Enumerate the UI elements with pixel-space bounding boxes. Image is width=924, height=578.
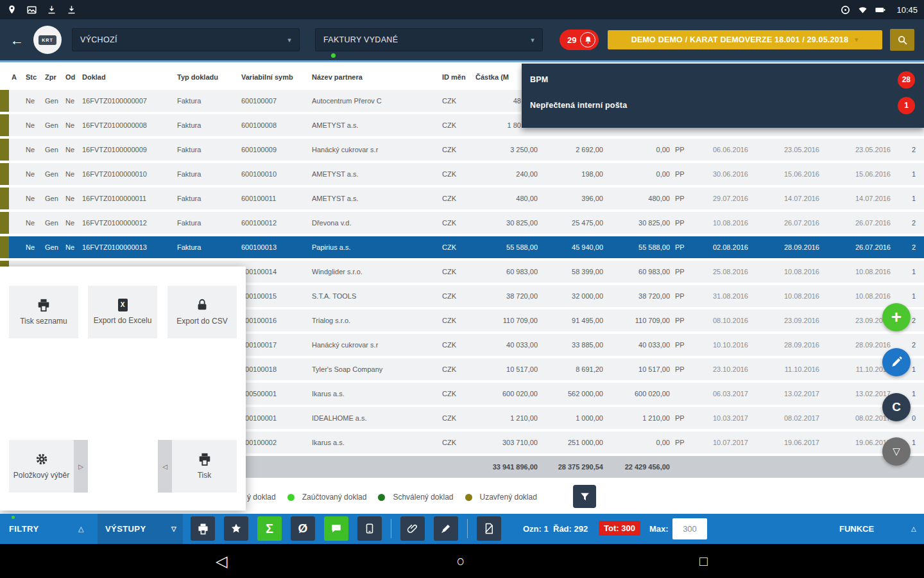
column-header[interactable]: Od [65,73,82,81]
excel-icon: X [118,299,128,311]
nav-back-button[interactable]: ◁ [216,544,227,578]
notification-item-internal-mail[interactable]: Nepřečtená interní pošta 1 [522,92,924,118]
comments-button[interactable] [324,516,348,541]
signature-button[interactable] [434,516,458,541]
table-row[interactable]: Ne Gen Ne 16FVTZ0100000011 Faktura 60010… [0,188,924,209]
column-header[interactable]: Stc [26,73,45,81]
view-select[interactable]: FAKTURY VYDANÉ ▾ [315,28,543,51]
total-amount: 33 941 896,00 [474,463,538,471]
android-status-bar: 10:45 [0,0,924,19]
column-header[interactable]: Název partnera [312,73,442,81]
expand-left-handle[interactable]: ◁ [158,440,172,493]
print-button[interactable] [191,516,215,541]
add-button[interactable]: + [882,303,911,331]
search-button[interactable] [890,29,914,51]
functions-expand-icon[interactable]: △ [911,514,916,544]
nav-home-button[interactable]: ○ [456,544,465,578]
active-view-dot [331,53,336,58]
output-popup: Tisk seznamu X Export do Excelu Export d… [0,267,246,511]
print-list-tile[interactable]: Tisk seznamu [9,286,78,338]
nav-recents-button[interactable]: □ [699,544,708,578]
edit-button[interactable] [882,348,911,376]
row-status-marker [0,114,9,136]
row-status-marker [0,163,9,185]
print-tile[interactable]: Tisk [172,440,237,493]
comment-icon [330,523,342,534]
device-button[interactable] [357,516,382,541]
bell-icon [580,32,595,48]
gear-icon [35,452,49,466]
table-row[interactable]: Ne Gen Ne 16FVTZ0100000010 Faktura 60010… [0,163,924,185]
export-excel-tile[interactable]: X Export do Excelu [88,286,157,338]
legend-filter-button[interactable] [573,485,596,508]
legend-item: Schválený doklad [378,493,453,502]
max-label: Max: [649,514,669,544]
chevron-down-icon: ▽ [171,525,176,532]
collapse-fabs-button[interactable]: ▽ [882,437,911,466]
column-header[interactable]: A [12,73,26,81]
item-selection-tile[interactable]: Položkový výběr [9,440,74,493]
row-status-marker [0,236,9,258]
row-status-marker [0,188,9,209]
print-list-icon [37,298,51,312]
total-amount: 28 375 290,54 [538,463,603,471]
legend-item: Uzavřený doklad [465,493,537,502]
star-icon [230,523,242,534]
printer-icon [198,452,212,466]
favorite-filter-button[interactable] [224,516,248,541]
total-count-badge: Tot: 300 [599,521,640,536]
status-dot-icon [465,494,472,501]
column-header[interactable]: ID měn [442,73,474,81]
column-header[interactable]: Zpr [45,73,65,81]
row-status-marker [0,139,9,161]
back-arrow-icon[interactable]: ← [10,33,26,47]
status-dot-icon [287,494,295,501]
android-nav-bar: ◁ ○ □ [0,544,924,578]
pencil-icon [890,356,903,369]
csv-export-icon [195,298,209,312]
table-row[interactable]: Ne Gen Ne 16FVTZ0100000012 Faktura 60010… [0,212,924,234]
clock: 10:45 [896,5,918,15]
total-amount: 22 429 456,00 [603,463,670,471]
chevron-down-icon: ▼ [853,37,859,43]
battery-icon [875,4,889,15]
location-pin-icon [6,4,17,15]
funnel-icon [579,491,590,502]
export-csv-tile[interactable]: Export do CSV [167,286,237,338]
table-row[interactable]: Ne Gen Ne 16FVTZ0100000013 Faktura 60010… [0,236,924,258]
functions-button[interactable]: FUNKCE [839,514,874,544]
column-header[interactable]: Doklad [82,73,177,81]
copy-button[interactable]: C [882,393,911,421]
empty-set-icon: Ø [298,521,308,536]
table-row[interactable]: Ne Gen Ne 16FVTZ0100000009 Faktura 60010… [0,139,924,161]
legend-item: ý doklad [247,493,276,502]
download-icon [66,4,77,15]
row-status-marker [0,90,9,112]
tablet-icon [364,523,375,534]
toolbar-divider [467,519,468,538]
demo-banner[interactable]: DEMO DEMO / KARAT DEMOVERZE 18.001 / 29.… [608,30,882,49]
column-header[interactable]: Typ dokladu [177,73,241,81]
filters-expand-icon[interactable]: △ [78,514,83,544]
karat-logo: KRT [33,26,62,54]
attachment-button[interactable] [400,516,425,541]
signature-icon [440,523,452,534]
sum-button[interactable]: Σ [257,516,282,541]
notifications-count: 29 [567,35,576,45]
workspace-select[interactable]: VÝCHOZÍ ▾ [72,28,300,51]
max-rows-input[interactable] [672,518,707,539]
status-dot-icon [378,494,385,501]
column-header[interactable]: Variabilní symb [241,73,312,81]
row-status-marker [0,212,9,234]
notification-item-bpm[interactable]: BPM 28 [522,67,924,92]
filters-button[interactable]: FILTRY [9,514,38,544]
legend-item: Zaúčtovaný doklad [287,493,367,502]
outputs-button[interactable]: VÝSTUPY ▽ [98,514,183,544]
row-count: Řád: 292 [553,514,588,544]
expand-right-handle[interactable]: ▷ [74,440,88,493]
empty-set-button[interactable]: Ø [291,516,315,541]
marked-count: Ozn: 1 [523,514,549,544]
notifications-button[interactable]: 29 [560,30,599,50]
document-button[interactable] [477,516,501,541]
notification-count-badge: 1 [898,97,915,114]
